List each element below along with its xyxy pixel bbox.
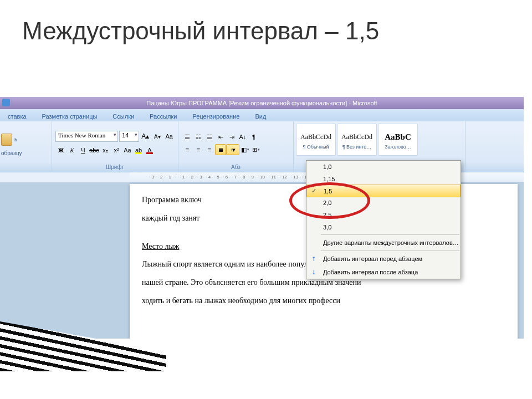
decrease-indent-button[interactable]: ⇤ (215, 131, 226, 142)
group-clipboard: ь образцу (0, 121, 52, 172)
shading-button[interactable]: ◧ (239, 144, 250, 155)
superscript-button[interactable]: x² (111, 145, 122, 156)
separator (321, 250, 459, 251)
bullets-button[interactable]: ☰ (182, 131, 193, 142)
multilevel-button[interactable]: ☱ (204, 131, 215, 142)
strikethrough-button[interactable]: abc (89, 145, 100, 156)
style-normal[interactable]: AaBbCcDd ¶ Обычный (296, 124, 336, 156)
more-label: Другие варианты междустрочных интервалов… (323, 239, 459, 246)
numbering-button[interactable]: ☷ (193, 131, 204, 142)
italic-button[interactable]: К (66, 145, 78, 156)
spacing-option-1-5[interactable]: ✓1,5 (306, 185, 461, 197)
highlight-button[interactable]: ab (133, 145, 144, 156)
spacing-option-3-0[interactable]: 3,0 (306, 221, 461, 233)
show-marks-button[interactable]: ¶ (248, 131, 259, 142)
space-after-icon: ⤓ (309, 268, 318, 277)
check-icon: ✓ (311, 187, 316, 195)
before-label: Добавить интервал перед абзацем (323, 255, 422, 262)
separator (321, 234, 459, 235)
style-name: ¶ Без инте… (342, 144, 372, 150)
subscript-button[interactable]: x₂ (100, 145, 111, 156)
grow-font-button[interactable]: A▴ (140, 131, 151, 142)
add-space-before[interactable]: ⤒Добавить интервал перед абзацем (306, 252, 461, 265)
change-case-button[interactable]: Aa (122, 145, 133, 156)
window-title: Пацаны Югры ПРОГРАММА [Режим ограниченно… (146, 100, 377, 106)
tab-insert[interactable]: ставка (0, 111, 34, 121)
increase-indent-button[interactable]: ⇥ (226, 131, 237, 142)
group-paragraph: ☰ ☷ ☱ ⇤ ⇥ A↓ ¶ ≡ ≡ ≡ ≣ ↕▾ ◧ (178, 121, 294, 172)
window-titlebar: Пацаны Югры ПРОГРАММА [Режим ограниченно… (0, 97, 524, 109)
clipboard-group-label (1, 163, 48, 172)
style-name: Заголово… (385, 144, 411, 150)
clear-icon: Aa (166, 133, 173, 140)
spacing-label: 1,5 (324, 188, 332, 195)
style-sample: AaBbCcDd (300, 130, 331, 144)
doc-heading: Место лыж (142, 242, 180, 250)
font-size-combo[interactable]: 14 (119, 131, 139, 142)
borders-button[interactable]: ⊞ (250, 144, 262, 155)
tab-references[interactable]: Ссылки (105, 111, 142, 121)
tab-review[interactable]: Рецензирование (185, 111, 247, 121)
line-spacing-icon: ↕ (230, 149, 232, 151)
align-left-button[interactable]: ≡ (182, 144, 193, 155)
shrink-font-button[interactable]: A▾ (152, 131, 162, 142)
font-family-combo[interactable]: Times New Roman (55, 131, 118, 142)
paragraph-group-label: Абз (182, 163, 290, 172)
sort-button[interactable]: A↓ (237, 131, 248, 142)
spacing-option-1-0[interactable]: 1,0 (306, 161, 461, 173)
after-label: Добавить интервал после абзаца (323, 269, 418, 275)
font-color-button[interactable]: A (144, 145, 155, 156)
space-before-icon: ⤒ (309, 254, 318, 263)
style-name: ¶ Обычный (303, 144, 329, 150)
spacing-option-1-15[interactable]: 1,15 (306, 173, 461, 185)
align-right-button[interactable]: ≡ (204, 144, 215, 155)
doc-text: ходить и бегать на лыжах необходимо для … (142, 293, 505, 310)
tab-page-layout[interactable]: Разметка страницы (34, 111, 105, 121)
clear-formatting-button[interactable]: Aa (164, 131, 175, 142)
style-sample: AaBbC (385, 130, 411, 144)
grow-font-icon: A▴ (141, 132, 149, 140)
clipboard-cut-label: ь (14, 136, 17, 142)
align-center-button[interactable]: ≡ (193, 144, 204, 155)
style-sample: AaBbCcDd (341, 130, 372, 144)
format-painter-label[interactable]: образцу (1, 150, 48, 156)
group-font: Times New Roman 14 A▴ A▾ Aa Ж К Ч abc x₂… (52, 121, 178, 172)
spacing-option-2-5[interactable]: 2,5 (306, 209, 461, 221)
line-spacing-dropdown: 1,0 1,15 ✓1,5 2,0 2,5 3,0 Другие вариант… (306, 160, 461, 279)
line-spacing-button[interactable]: ↕▾ (226, 144, 239, 155)
style-no-spacing[interactable]: AaBbCcDd ¶ Без инте… (337, 124, 377, 156)
style-heading1[interactable]: AaBbC Заголово… (378, 124, 418, 156)
tab-mailings[interactable]: Рассылки (142, 111, 185, 121)
slide-title: Междустрочный интервал – 1,5 (22, 17, 379, 46)
spacing-option-2-0[interactable]: 2,0 (306, 197, 461, 209)
paste-icon[interactable] (1, 134, 12, 146)
justify-button[interactable]: ≣ (215, 144, 226, 155)
spacing-options-more[interactable]: Другие варианты междустрочных интервалов… (306, 236, 461, 249)
word-screenshot: Пацаны Югры ПРОГРАММА [Режим ограниченно… (0, 97, 524, 339)
ribbon-tabs: ставка Разметка страницы Ссылки Рассылки… (0, 109, 524, 121)
doc-text: Программа включ (142, 196, 202, 204)
add-space-after[interactable]: ⤓Добавить интервал после абзаца (306, 265, 461, 279)
shrink-font-icon: A▾ (154, 134, 161, 140)
tab-view[interactable]: Вид (247, 111, 274, 121)
bold-button[interactable]: Ж (55, 145, 66, 156)
underline-button[interactable]: Ч (78, 145, 89, 156)
font-group-label: Шрифт (55, 163, 175, 172)
